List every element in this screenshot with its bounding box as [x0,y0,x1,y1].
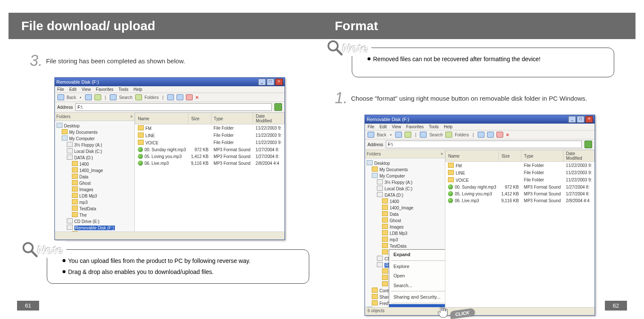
address-input[interactable] [386,141,582,148]
tree-item[interactable]: DATA (D:) [57,155,133,161]
search-icon[interactable] [420,132,427,138]
go-button[interactable] [274,103,282,111]
folder-tree[interactable]: Folders× DesktopMy DocumentsMy Computer3… [365,150,445,307]
paste-icon[interactable] [186,94,193,100]
menu-item[interactable]: File [57,87,64,92]
window-titlebar[interactable]: Removable Disk (F:) _ □ × [55,78,285,86]
back-icon[interactable] [368,132,374,138]
context-menu-item[interactable]: Open [389,271,445,281]
minimize-button[interactable]: _ [568,116,576,123]
tree-item[interactable]: mp3 [57,199,133,206]
tree-item[interactable]: CD Drive (E:) [57,218,133,225]
context-menu-item[interactable]: Expand [389,250,445,260]
context-menu-item[interactable]: Format... [389,304,445,308]
maximize-button[interactable]: □ [267,79,274,85]
tree-close-icon[interactable]: × [130,113,133,120]
tree-item[interactable]: My Computer [57,136,133,142]
close-button[interactable]: × [585,116,593,123]
address-bar[interactable]: Address [55,102,285,113]
context-menu-item[interactable]: Explore [389,262,445,271]
forward-icon[interactable] [395,132,402,138]
table-row[interactable]: LINEFile Folder11/22/2003 9: [445,169,594,176]
menu-item[interactable]: View [392,124,401,129]
maximize-button[interactable]: □ [577,116,584,123]
move-icon[interactable] [167,94,174,100]
up-icon[interactable] [405,132,411,138]
table-row[interactable]: FMFile Folder11/22/2003 9: [135,124,284,132]
menu-item[interactable]: Favorites [96,87,113,92]
menu-item[interactable]: Tools [118,87,128,92]
tree-item[interactable]: 1400 [367,198,443,205]
menu-bar[interactable]: FileEditViewFavoritesToolsHelp [365,124,595,130]
menu-item[interactable]: Help [444,124,453,129]
column-header[interactable]: Date Modified [253,113,284,124]
tree-close-icon[interactable]: × [441,151,443,157]
table-row[interactable]: FMFile Folder11/22/2003 9: [445,162,594,169]
move-icon[interactable] [478,132,484,138]
search-icon[interactable] [110,94,117,100]
table-row[interactable]: VOICEFile Folder11/22/2003 9: [135,139,284,146]
tree-item[interactable]: mp3 [367,237,443,243]
delete-icon[interactable]: ✕ [506,133,509,137]
tree-item[interactable]: 1400_Image [57,167,133,174]
menu-item[interactable]: Favorites [406,124,424,129]
up-icon[interactable] [94,94,101,100]
menu-item[interactable]: View [82,87,91,92]
tree-item[interactable]: My Documents [57,129,133,136]
table-row[interactable]: 00. Sunday night.mp3972 KBMP3 Format Sou… [445,183,594,190]
tree-item[interactable]: My Documents [367,167,443,173]
tree-item[interactable]: TestData [367,243,443,249]
go-button[interactable] [584,141,592,148]
tree-item[interactable]: Data [367,211,443,217]
table-row[interactable]: 06. Live.mp39,116 KBMP3 Format Sound2/8/… [135,160,284,167]
copy-icon[interactable] [487,132,494,138]
tree-item[interactable]: Ghost [57,180,133,186]
context-menu[interactable]: ExpandExploreOpenSearch...Sharing and Se… [389,249,445,307]
address-bar[interactable]: Address [365,139,595,150]
table-row[interactable]: 05. Loving you.mp31,412 KBMP3 Format Sou… [135,153,284,160]
table-row[interactable]: LINEFile Folder11/22/2003 9: [135,132,284,139]
table-row[interactable]: VOICEFile Folder11/22/2003 9: [445,176,594,183]
column-header[interactable]: Size [499,150,521,162]
folder-tree[interactable]: Folders× DesktopMy DocumentsMy Computer3… [55,113,135,231]
tree-item[interactable]: Data [57,174,133,180]
tree-item[interactable]: LDB Mp3 [57,193,133,199]
menu-item[interactable]: Help [134,87,142,92]
copy-icon[interactable] [177,94,183,100]
window-titlebar[interactable]: Removable Disk (F:) _ □ × [365,115,595,124]
menu-item[interactable]: Tools [429,124,439,129]
tree-item[interactable]: FM [57,231,133,231]
column-header[interactable]: Name [135,113,188,124]
menu-item[interactable]: File [368,124,374,129]
forward-icon[interactable] [85,94,92,100]
column-header[interactable]: Size [188,113,211,124]
minimize-button[interactable]: _ [258,79,266,85]
column-header[interactable]: Date Modified [563,150,594,162]
tree-item[interactable]: Desktop [367,160,443,167]
paste-icon[interactable] [496,132,503,138]
tree-item[interactable]: Local Disk (C:) [57,148,133,155]
tree-item[interactable]: TestData [57,206,133,212]
table-row[interactable]: 00. Sunday night.mp3972 KBMP3 Format Sou… [135,146,284,153]
delete-icon[interactable]: ✕ [195,95,199,100]
toolbar[interactable]: Back • | Search Folders | ✕ [365,130,595,139]
file-list[interactable]: NameSizeTypeDate Modified FMFile Folder1… [445,150,595,307]
back-icon[interactable] [57,94,64,100]
tree-item[interactable]: 3½ Floppy (A:) [367,179,443,186]
close-button[interactable]: × [275,79,283,85]
tree-item[interactable]: Ghost [367,217,443,224]
folders-icon[interactable] [445,132,452,138]
toolbar[interactable]: Back • | Search Folders | ✕ [55,93,285,102]
menu-item[interactable]: Edit [379,124,387,129]
tree-item[interactable]: LDB Mp3 [367,230,443,237]
menu-item[interactable]: Edit [69,87,77,92]
address-input[interactable] [75,103,271,111]
tree-item[interactable]: The [57,212,133,218]
tree-item[interactable]: Images [367,224,443,230]
folders-icon[interactable] [135,94,142,100]
tree-item[interactable]: Desktop [57,123,133,129]
tree-item[interactable]: DATA (D:) [367,192,443,198]
menu-bar[interactable]: FileEditViewFavoritesToolsHelp [55,86,285,93]
column-header[interactable]: Type [211,113,253,124]
context-menu-item[interactable]: Sharing and Security... [389,292,445,302]
